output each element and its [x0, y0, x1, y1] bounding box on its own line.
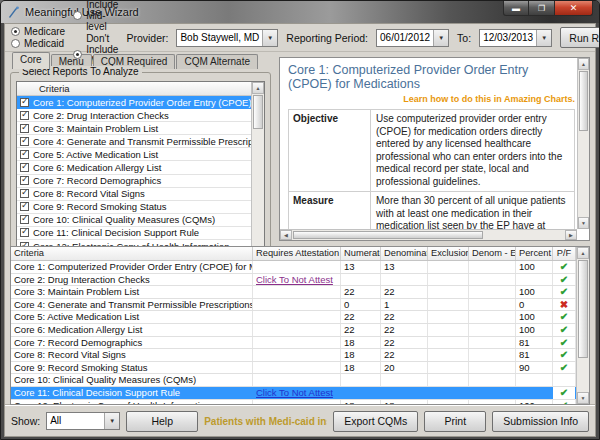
scroll-up-icon[interactable]: ▲	[577, 247, 589, 259]
radio-medicare[interactable]: Medicare	[11, 26, 65, 37]
scroll-down-icon[interactable]: ▼	[577, 392, 589, 404]
report-checkbox[interactable]: ✓	[20, 202, 29, 211]
report-checkbox[interactable]: ✓	[20, 176, 29, 185]
submission-info-button[interactable]: Submission Info	[492, 411, 589, 432]
scroll-right-icon[interactable]: ▶	[565, 230, 577, 240]
chevron-down-icon[interactable]: ▼	[262, 30, 277, 46]
grid-row[interactable]: Core 5: Active Medication List2222100✔	[11, 311, 576, 324]
report-checkbox[interactable]: ✓	[20, 137, 29, 146]
detail-row-text: Use computerized provider order entry (C…	[376, 113, 569, 188]
report-list-item[interactable]: ✓ Core 6: Medication Allergy List	[17, 161, 251, 174]
grid-column-header[interactable]: Exclusions	[428, 247, 469, 260]
maximize-button[interactable]: ❐	[529, 1, 555, 16]
to-date-dropdown[interactable]: 12/03/2013 ▼	[479, 29, 552, 47]
grid-row[interactable]: Core 1: Computerized Provider Order Entr…	[11, 261, 576, 274]
reporting-period-dropdown[interactable]: 06/01/2012 ▼	[376, 29, 449, 47]
report-list-item[interactable]: ✓ Core 7: Record Demographics	[17, 175, 251, 188]
grid-row[interactable]: Core 4: Generate and Transmit Permissibl…	[11, 299, 576, 312]
scrollbar-thumb[interactable]	[579, 71, 588, 131]
grid-column-header[interactable]: Numerator	[341, 247, 381, 260]
checkbox-tick-icon: ✓	[21, 175, 29, 186]
grid-row[interactable]: Core 9: Record Smoking Status182090✔	[11, 362, 576, 375]
grid-cell: 0	[516, 299, 553, 311]
chevron-down-icon[interactable]: ▼	[433, 30, 448, 46]
grid-row[interactable]: Core 12: Electronic Copy of Health Infor…	[11, 400, 576, 404]
report-checkbox[interactable]: ✓	[20, 150, 29, 159]
scrollbar-track[interactable]	[577, 359, 589, 392]
grid-row[interactable]: Core 2: Drug Interaction ChecksClick To …	[11, 274, 576, 287]
scrollbar-track[interactable]	[578, 132, 589, 217]
grid-row[interactable]: Core 8: Record Vital Signs182281✔	[11, 349, 576, 362]
report-checkbox[interactable]: ✓	[20, 98, 29, 107]
grid-row[interactable]: Core 7: Record Demographics182281✔	[11, 337, 576, 350]
grid-column-header[interactable]: Denominator	[381, 247, 428, 260]
radio-include-midlevel[interactable]: Include Mid-level	[73, 0, 118, 32]
radio-label: Include Mid-level	[86, 0, 118, 32]
grid-row[interactable]: Core 6: Medication Allergy List2222100✔	[11, 324, 576, 337]
report-list-item[interactable]: ✓ Core 9: Record Smoking Status	[17, 201, 251, 214]
run-report-button[interactable]: Run Report	[560, 27, 600, 48]
report-list-item[interactable]: ✓ Core 11: Clinical Decision Support Rul…	[17, 227, 251, 240]
radio-medicaid[interactable]: Medicaid	[11, 38, 65, 49]
scrollbar-thumb[interactable]	[578, 260, 588, 358]
scroll-left-icon[interactable]: ◀	[280, 230, 292, 240]
show-dropdown[interactable]: All ▼	[46, 412, 120, 430]
grid-cell	[381, 374, 428, 386]
report-checkbox[interactable]: ✓	[20, 228, 29, 237]
amazing-charts-link[interactable]: Learn how to do this in Amazing Charts.	[288, 94, 575, 104]
grid-column-header[interactable]: Percent	[516, 247, 553, 260]
report-list-item[interactable]: ✓ Core 10: Clinical Quality Measures (CQ…	[17, 214, 251, 227]
detail-vscrollbar[interactable]: ▲ ▼	[577, 58, 589, 229]
pf-cell: ✔	[553, 324, 576, 336]
scrollbar-track[interactable]	[252, 130, 264, 254]
attest-link[interactable]: Click To Not Attest	[256, 274, 333, 285]
pass-check-icon: ✔	[560, 362, 568, 373]
grid-column-header[interactable]: Denom - Excl	[469, 247, 516, 260]
minimize-button[interactable]: ▬	[503, 1, 529, 16]
report-checkbox[interactable]: ✓	[20, 111, 29, 120]
help-button[interactable]: Help	[126, 411, 198, 432]
grid-scrollbar[interactable]: ▲ ▼	[576, 247, 589, 404]
close-button[interactable]: ✕	[555, 1, 593, 16]
grid-row[interactable]: Core 11: Clinical Decision Support RuleC…	[11, 387, 576, 400]
pf-cell: ✔	[553, 274, 576, 286]
report-checkbox[interactable]: ✓	[20, 163, 29, 172]
chevron-down-icon[interactable]: ▼	[104, 413, 119, 429]
fail-cross-icon: ✖	[560, 299, 568, 310]
report-checkbox[interactable]: ✓	[20, 189, 29, 198]
grid-cell: 100	[516, 261, 553, 273]
pass-check-icon: ✔	[560, 274, 568, 285]
grid-row[interactable]: Core 3: Maintain Problem List2222100✔	[11, 286, 576, 299]
pass-check-icon: ✔	[560, 324, 568, 335]
report-list-item[interactable]: ✓ Core 8: Record Vital Signs	[17, 188, 251, 201]
grid-row[interactable]: Core 10: Clinical Quality Measures (CQMs…	[11, 374, 576, 387]
report-list-item[interactable]: ✓ Core 4: Generate and Transmit Permissi…	[17, 135, 251, 148]
grid-cell	[516, 274, 553, 286]
tab-cqm-alternate[interactable]: CQM Alternate	[176, 54, 258, 69]
grid-column-header[interactable]: P/F	[553, 247, 576, 260]
report-list-item[interactable]: ✓ Core 5: Active Medication List	[17, 148, 251, 161]
scroll-up-icon[interactable]: ▲	[578, 58, 589, 70]
grid-column-header[interactable]: Requires Attestation	[253, 247, 341, 260]
print-button[interactable]: Print	[424, 411, 486, 432]
scrollbar-thumb[interactable]	[293, 231, 483, 239]
reports-list-scrollbar[interactable]: ▲ ▼	[251, 82, 264, 266]
report-list-item[interactable]: ✓ Core 3: Maintain Problem List	[17, 122, 251, 135]
report-checkbox[interactable]: ✓	[20, 215, 29, 224]
criteria-column-header[interactable]: Criteria	[17, 82, 251, 96]
provider-dropdown[interactable]: Bob Staywell, MD ▼	[176, 29, 278, 47]
scroll-down-icon[interactable]: ▼	[578, 217, 589, 229]
scrollbar-thumb[interactable]	[253, 95, 263, 129]
report-list-item[interactable]: ✓ Core 2: Drug Interaction Checks	[17, 109, 251, 122]
report-checkbox[interactable]: ✓	[20, 124, 29, 133]
pass-check-icon: ✔	[560, 286, 568, 297]
scroll-up-icon[interactable]: ▲	[252, 82, 264, 94]
export-cqms-button[interactable]: Export CQMs	[333, 411, 418, 432]
grid-column-header[interactable]: Criteria	[11, 247, 253, 260]
scrollbar-track[interactable]	[484, 230, 565, 240]
chevron-down-icon[interactable]: ▼	[536, 30, 551, 46]
attest-link[interactable]: Click To Not Attest	[256, 387, 333, 398]
detail-hscrollbar[interactable]: ◀ ▶	[280, 229, 577, 240]
tab-core[interactable]: Core	[12, 52, 50, 69]
report-list-item[interactable]: ✓ Core 1: Computerized Provider Order En…	[17, 96, 251, 109]
